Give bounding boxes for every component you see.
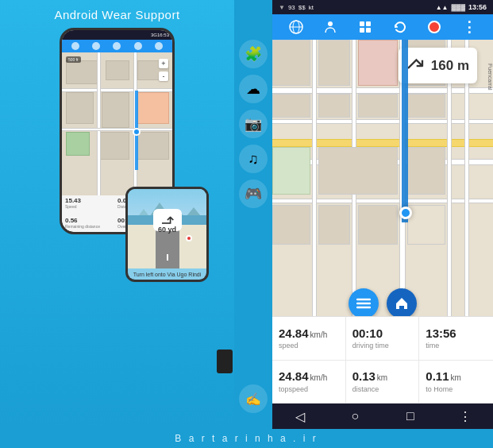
- right-status-bar: ▼ 93 $$ kt ▲▲ ▓▓▓ 13:56: [272, 0, 493, 14]
- nav-back-btn[interactable]: ◁: [284, 405, 316, 427]
- watch-distance: 60 yd: [128, 226, 206, 234]
- cloud-icon[interactable]: ☁: [239, 75, 268, 103]
- watch-screen: ↱ 60 yd Turn left onto Via Ugo Rindi: [128, 189, 206, 280]
- gamepad-icon[interactable]: 🎮: [239, 180, 268, 208]
- phone-time: 16:53: [157, 33, 169, 37]
- watch-turn-arrow: ↱: [158, 214, 177, 227]
- stat-topspeed-value-row: 24.84 km/h: [279, 370, 327, 384]
- wifi-icon: ▲▲: [436, 4, 449, 11]
- watch-band-top: [217, 350, 233, 361]
- stat-distance-unit: km: [377, 373, 387, 382]
- status-time: 13:56: [468, 3, 487, 11]
- stat-to-home: 0.11 km to Home: [419, 361, 493, 404]
- phone-speed-value: 15.43: [65, 197, 117, 204]
- stat-topspeed-value: 24.84: [279, 370, 309, 384]
- stat-distance-value: 0.13: [352, 370, 376, 384]
- svg-rect-4: [360, 21, 364, 26]
- stat-time: 13:56 time: [419, 317, 493, 361]
- stat-distance-value-row: 0.13 km: [352, 370, 388, 384]
- main-container: Android Wear Support 3G 16:53: [0, 0, 493, 429]
- phone-toolbar-icon-2: [92, 42, 100, 50]
- menu-action-btn[interactable]: [349, 288, 379, 316]
- middle-icons-panel: 🧩 ☁ 📷 ♫ 🎮 ✍: [234, 0, 272, 429]
- stat-distance: 0.13 km distance: [346, 361, 420, 404]
- toolbar-refresh-icon[interactable]: [391, 17, 410, 37]
- stat-distance-label: distance: [352, 385, 379, 393]
- battery-icon: ▓▓▓: [451, 4, 465, 11]
- svg-rect-5: [366, 21, 371, 26]
- phone-toolbar-icon-4: [134, 42, 142, 50]
- nav-more-btn[interactable]: ⋮: [449, 405, 481, 427]
- nav-recent-btn[interactable]: □: [395, 405, 426, 427]
- bottom-nav-bar: ◁ ○ □ ⋮: [272, 404, 493, 429]
- puzzle-icon[interactable]: 🧩: [239, 40, 268, 68]
- recent-square-icon: □: [406, 409, 414, 423]
- phone-status-bar: 3G 16:53: [62, 30, 172, 40]
- phone-remaining-value: 0.56: [65, 217, 117, 224]
- home-circle-icon: ○: [351, 409, 359, 423]
- back-arrow-icon: ◁: [295, 409, 305, 424]
- signature-icon[interactable]: ✍: [239, 384, 268, 413]
- right-panel: ▼ 93 $$ kt ▲▲ ▓▓▓ 13:56: [272, 0, 493, 429]
- phone-toolbar: [62, 40, 172, 52]
- nav-distance-text: 160 m: [431, 58, 469, 74]
- watch-instruction: Turn left onto Via Ugo Rindi: [128, 272, 206, 278]
- right-toolbar: ⋮: [272, 14, 493, 40]
- phone-map-area: 500 ft + -: [62, 52, 172, 195]
- phone-status-text: 3G: [151, 33, 157, 37]
- stat-to-home-value: 0.11: [426, 370, 449, 384]
- stat-speed-value-row: 24.84 km/h: [279, 327, 327, 341]
- status-network: 93: [288, 4, 295, 11]
- phone-stat-remaining: 0.56 Remaining distance: [65, 217, 117, 233]
- stats-grid: 24.84 km/h speed 00:10 driving time 13:5…: [272, 316, 493, 404]
- stat-to-home-label: to Home: [426, 385, 453, 393]
- street-label: Fuencarral: [487, 64, 493, 90]
- home-action-btn[interactable]: [387, 288, 417, 316]
- toolbar-person-icon[interactable]: [321, 17, 340, 37]
- watch-band-bottom: [217, 361, 233, 373]
- status-signal: ▼: [279, 4, 285, 11]
- svg-rect-6: [360, 28, 364, 33]
- stat-topspeed: 24.84 km/h topspeed: [272, 361, 346, 404]
- phone-toolbar-icon-1: [71, 42, 79, 50]
- footer-text: B a r t a r i n h a . i r: [175, 433, 318, 444]
- camera-icon[interactable]: 📷: [239, 110, 268, 138]
- svg-point-3: [328, 21, 333, 26]
- phone-toolbar-icon-3: [113, 42, 121, 50]
- stat-topspeed-label: topspeed: [279, 385, 308, 393]
- footer: B a r t a r i n h a . i r: [0, 429, 493, 448]
- status-icons: ▼ 93 $$ kt: [279, 4, 314, 11]
- stat-speed-value: 24.84: [279, 327, 309, 341]
- music-icon[interactable]: ♫: [239, 145, 268, 173]
- status-kt: kt: [309, 4, 314, 11]
- toolbar-more-icon[interactable]: ⋮: [460, 17, 479, 37]
- phone-remaining-label: Remaining distance: [65, 224, 117, 229]
- stat-to-home-unit: km: [451, 373, 461, 382]
- nav-card: ↱ 160 m: [399, 48, 477, 83]
- left-panel: Android Wear Support 3G 16:53: [0, 0, 234, 429]
- stat-driving-time-value: 00:10: [352, 327, 383, 341]
- stat-topspeed-unit: km/h: [310, 373, 328, 382]
- watch-mockup: ↱ 60 yd Turn left onto Via Ugo Rindi: [125, 187, 209, 282]
- map-action-bar: [272, 291, 493, 316]
- stat-driving-time-label: driving time: [352, 342, 389, 350]
- stat-to-home-value-row: 0.11 km: [426, 370, 461, 384]
- toolbar-grid-icon[interactable]: [356, 17, 375, 37]
- phone-stat-speed: 15.43 Speed: [65, 197, 117, 216]
- stat-time-label: time: [426, 342, 439, 350]
- toolbar-map-icon[interactable]: [287, 17, 306, 37]
- stat-driving-time-value-row: 00:10: [352, 327, 383, 341]
- svg-rect-7: [366, 28, 371, 33]
- phone-speed-label: Speed: [65, 204, 117, 209]
- nav-home-btn[interactable]: ○: [339, 405, 371, 427]
- more-dots-icon: ⋮: [459, 409, 472, 424]
- map-container[interactable]: ↱ 160 m Fuencarral: [272, 40, 493, 316]
- toolbar-record-icon[interactable]: [425, 17, 444, 37]
- stat-driving-time: 00:10 driving time: [346, 317, 420, 361]
- stat-speed-unit: km/h: [310, 330, 328, 339]
- stat-speed: 24.84 km/h speed: [272, 317, 346, 361]
- left-title: Android Wear Support: [54, 8, 179, 21]
- stat-time-value: 13:56: [426, 327, 456, 341]
- stat-speed-label: speed: [279, 342, 298, 350]
- phone-toolbar-icon-5: [155, 42, 163, 50]
